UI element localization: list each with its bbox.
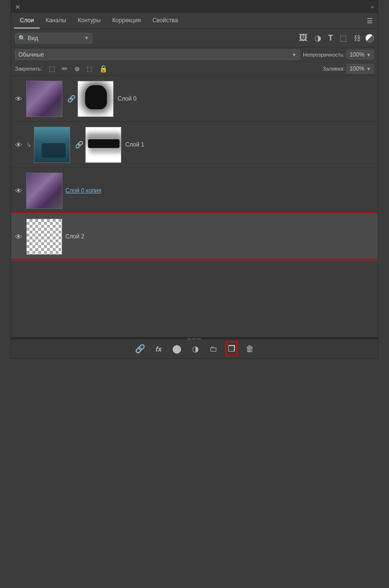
circle-half-icon[interactable]: ◑ [313, 32, 323, 44]
blend-opacity-row: Обычные ▼ Непрозрачность: 100% ▼ [11, 47, 378, 62]
image-icon[interactable]: 🖼 [297, 32, 310, 44]
close-button[interactable]: ✕ [15, 3, 20, 11]
view-label: Вид [28, 35, 84, 42]
collapse-button[interactable]: « [371, 4, 374, 10]
fill-value[interactable]: 100% ▼ [346, 64, 374, 74]
adjustment-button[interactable]: ◑ [191, 343, 200, 355]
mask-layer0 [77, 81, 114, 117]
tab-channels[interactable]: Каналы [40, 13, 72, 29]
lock-move-icon[interactable]: ⊕ [73, 64, 82, 74]
lock-artboard-icon[interactable]: ⬚ [85, 64, 94, 74]
tab-correction[interactable]: Коррекция [106, 13, 147, 29]
search-toolbar: 🔍 Вид ▼ 🖼 ◑ T ⬚ ⛓ [11, 29, 378, 47]
fill-number: 100% [349, 65, 364, 72]
layer-item-layer1[interactable]: 👁 ↳ 🔗 Слой 1 [11, 122, 378, 168]
layer-name-layer1: Слой 1 [125, 141, 374, 148]
opacity-arrow: ▼ [366, 52, 371, 58]
eye-icon-layer1[interactable]: 👁 [15, 141, 22, 149]
eye-icon-layer0[interactable]: 👁 [15, 95, 22, 103]
new-layer-button[interactable]: ❐ [226, 342, 237, 355]
chain-icon-layer1: 🔗 [75, 141, 83, 148]
thumb-layer0copy [26, 173, 62, 209]
link2-icon[interactable]: ⛓ [352, 33, 362, 43]
blend-mode-dropdown[interactable]: Обычные ▼ [15, 49, 300, 60]
dropdown-arrow: ▼ [84, 35, 89, 41]
layer-item-layer0[interactable]: 👁 🔗 Слой 0 [11, 76, 378, 122]
layer-item-layer0copy[interactable]: 👁 Слой 0 копия [11, 168, 378, 214]
text-icon[interactable]: T [326, 33, 335, 44]
eye-icon-layer2[interactable]: 👁 [15, 233, 22, 241]
opacity-row: Непрозрачность: 100% ▼ [303, 50, 374, 59]
mask-layer1 [85, 127, 121, 163]
thumb-layer1 [34, 127, 70, 163]
opacity-number: 100% [349, 51, 364, 58]
search-icon: 🔍 [18, 35, 26, 42]
new-group-button[interactable]: 🗀 [208, 343, 219, 355]
lock-pixels-icon[interactable]: ⬚ [47, 64, 57, 74]
bottom-toolbar: 🔗 fx ⬤ ◑ 🗀 ❐ 🗑 [11, 339, 378, 358]
tabs-bar: Слои Каналы Контуры Коррекция Свойства ☰ [11, 13, 378, 29]
eye-icon-layer0copy[interactable]: 👁 [15, 187, 22, 195]
thumb-layer2 [26, 219, 62, 255]
opacity-value[interactable]: 100% ▼ [346, 50, 374, 59]
blend-arrow: ▼ [292, 52, 297, 58]
layer-item-layer2[interactable]: 👁 Слой 2 [11, 214, 378, 260]
opacity-label: Непрозрачность: [303, 52, 344, 58]
lock-label: Закрепить: [15, 66, 42, 72]
thumb-layer0 [26, 81, 62, 117]
color-circle-icon[interactable] [365, 34, 374, 43]
layer-name-layer0: Слой 0 [118, 95, 374, 102]
fill-row: Заливка: 100% ▼ [323, 64, 374, 74]
layer-name-layer0copy: Слой 0 копия [65, 187, 374, 194]
empty-area [11, 260, 378, 337]
fill-arrow: ▼ [366, 66, 371, 72]
delete-layer-button[interactable]: 🗑 [244, 343, 255, 355]
fx-button[interactable]: fx [154, 344, 163, 354]
panel-menu-icon[interactable]: ☰ [365, 15, 375, 27]
tab-properties[interactable]: Свойства [147, 13, 184, 29]
fill-label: Заливка: [323, 66, 344, 72]
link-layers-button[interactable]: 🔗 [134, 342, 147, 355]
chain-icon-layer0: 🔗 [67, 95, 75, 103]
layer-name-layer2: Слой 2 [65, 233, 374, 240]
blend-mode-label: Обычные [18, 51, 292, 58]
add-mask-button[interactable]: ⬤ [171, 342, 183, 355]
transform-icon[interactable]: ⬚ [338, 32, 349, 44]
title-bar: ✕ « [11, 0, 378, 13]
lock-all-icon[interactable]: 🔒 [97, 64, 109, 74]
view-dropdown[interactable]: 🔍 Вид ▼ [15, 33, 92, 44]
lock-fill-row: Закрепить: ⬚ ✏ ⊕ ⬚ 🔒 Заливка: 100% ▼ [11, 62, 378, 76]
lock-paint-icon[interactable]: ✏ [60, 64, 70, 74]
layers-list: 👁 🔗 Слой 0 👁 ↳ 🔗 Слой 1 👁 [11, 76, 378, 337]
indent-icon-layer1: ↳ [26, 141, 32, 148]
tab-paths[interactable]: Контуры [72, 13, 106, 29]
photoshop-layers-panel: ✕ « Слои Каналы Контуры Коррекция Свойст… [11, 0, 378, 359]
tab-layers[interactable]: Слои [14, 13, 40, 29]
